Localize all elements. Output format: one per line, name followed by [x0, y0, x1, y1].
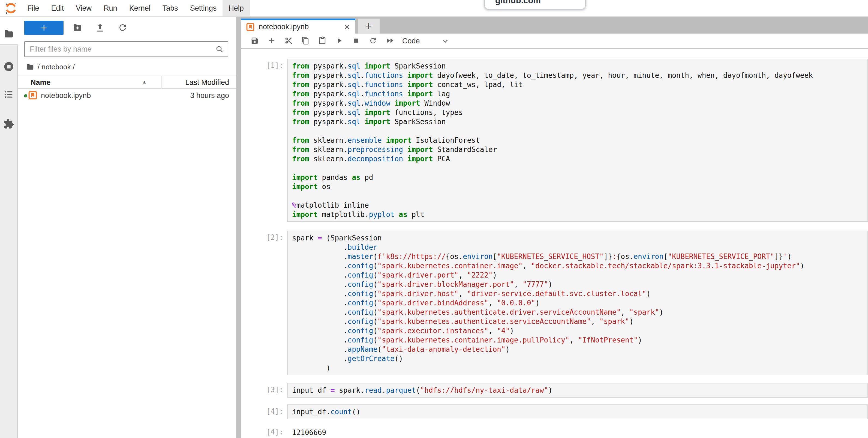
code-line	[292, 164, 867, 173]
cell-editor[interactable]: spark = (SparkSession .builder .master(f…	[287, 231, 868, 375]
execution-count: [4]:	[241, 404, 287, 415]
restart-kernel-button[interactable]	[365, 35, 381, 47]
sidebar-tab-table-of-contents[interactable]	[0, 86, 18, 103]
sidebar-tab-file-browser[interactable]	[0, 25, 18, 42]
code-line: )	[292, 363, 867, 373]
column-header-name[interactable]: Name	[31, 78, 51, 87]
code-line: from pyspark.sql import SparkSession	[292, 61, 867, 71]
notebook-toolbar: Code	[241, 34, 868, 49]
new-tab-button[interactable]: +	[358, 19, 380, 34]
breadcrumb-path[interactable]: / notebook /	[38, 63, 75, 71]
code-line: from pyspark.sql.functions import dayofw…	[292, 71, 867, 80]
sort-ascending-icon: ▲	[142, 80, 147, 85]
execution-count: [2]:	[241, 231, 287, 241]
notebook-icon	[28, 91, 37, 99]
cell-editor[interactable]: input_df = spark.read.parquet("hdfs://hd…	[287, 383, 868, 398]
code-line: .appName("taxi-data-anomaly-detection")	[292, 345, 867, 354]
code-line: .config("spark.kubernetes.container.imag…	[292, 335, 867, 345]
chevron-down-icon[interactable]	[441, 37, 450, 45]
code-line: .config("spark.kubernetes.authenticate.d…	[292, 308, 867, 317]
execution-count: [1]:	[241, 59, 287, 69]
code-line: input_df = spark.read.parquet("hdfs://hd…	[292, 386, 867, 395]
column-header-last-modified[interactable]: Last Modified	[185, 78, 229, 87]
file-last-modified: 3 hours ago	[190, 91, 229, 100]
code-line: .master(f'k8s://https://{os.environ["KUB…	[292, 252, 867, 261]
tab-notebook-ipynb[interactable]: notebook.ipynb×	[241, 19, 355, 34]
cell-editor[interactable]: input_df.count()	[287, 404, 868, 419]
menu-item-view[interactable]: View	[70, 0, 98, 17]
list-icon	[3, 89, 14, 100]
code-line: from pyspark.sql.window import Window	[292, 98, 867, 108]
code-line: input_df.count()	[292, 407, 867, 416]
copy-cells-button[interactable]	[297, 35, 314, 47]
code-cell: [4]:input_df.count()	[241, 404, 868, 419]
menu-item-edit[interactable]: Edit	[45, 0, 70, 17]
code-line: import matplotlib.pyplot as plt	[292, 210, 867, 219]
notebook-icon	[246, 23, 254, 31]
menu-item-help[interactable]: Help	[222, 0, 250, 17]
refresh-button[interactable]	[117, 22, 129, 34]
code-line: from sklearn.ensemble import IsolationFo…	[292, 136, 867, 145]
fast-forward-icon	[386, 36, 394, 46]
code-line: import os	[292, 182, 867, 191]
browser-popup: github.com	[484, 0, 586, 9]
main-dock-panel: notebook.ipynb×+ Code [1]:from pyspark.s…	[241, 17, 868, 438]
code-line: .config("spark.driver.port", "2222")	[292, 270, 867, 280]
restart-run-all-button[interactable]	[381, 35, 398, 47]
save-button[interactable]	[246, 35, 263, 47]
activity-bar-background	[0, 45, 18, 438]
copy-icon	[301, 36, 310, 46]
sidebar-tab-running-sessions[interactable]	[0, 58, 18, 75]
upload-button[interactable]	[94, 22, 106, 34]
menu-item-file[interactable]: File	[21, 0, 45, 17]
run-cell-button[interactable]	[331, 35, 348, 47]
add-cell-button[interactable]	[263, 35, 280, 47]
add-cell-icon	[268, 36, 276, 46]
home-folder-icon[interactable]	[26, 63, 34, 71]
upload-icon	[95, 23, 105, 33]
menu-item-kernel[interactable]: Kernel	[123, 0, 157, 17]
paste-icon	[318, 36, 327, 46]
puzzle-icon	[3, 118, 14, 129]
stop-circle-icon	[3, 61, 14, 72]
code-line: from sklearn.preprocessing import Standa…	[292, 145, 867, 154]
new-folder-button[interactable]	[71, 22, 84, 34]
restart-icon	[369, 36, 377, 46]
popup-text: github.com	[495, 0, 541, 5]
paste-cells-button[interactable]	[314, 35, 331, 47]
cut-cells-button[interactable]	[280, 35, 297, 47]
code-cell: [1]:from pyspark.sql import SparkSession…	[241, 59, 868, 222]
execution-count: [3]:	[241, 383, 287, 394]
sidebar-tab-extension-manager[interactable]	[0, 115, 18, 133]
cell-editor[interactable]: from pyspark.sql import SparkSessionfrom…	[287, 59, 868, 222]
filter-box	[24, 41, 228, 57]
code-line: import pandas as pd	[292, 173, 867, 182]
code-cell: [3]:input_df = spark.read.parquet("hdfs:…	[241, 383, 868, 398]
code-line: .builder	[292, 243, 867, 252]
column-divider	[161, 76, 162, 89]
menu-item-run[interactable]: Run	[98, 0, 123, 17]
output-prompt: [4]:	[241, 425, 287, 436]
panel-splitter[interactable]	[236, 17, 241, 438]
new-folder-icon	[72, 23, 82, 33]
menu-item-tabs[interactable]: Tabs	[157, 0, 184, 17]
file-row[interactable]: notebook.ipynb3 hours ago	[18, 89, 236, 103]
code-line: .config("spark.executor.instances", "4")	[292, 326, 867, 335]
code-line: spark = (SparkSession	[292, 233, 867, 243]
file-list-header: Name ▲ Last Modified	[18, 76, 236, 89]
code-line: %matplotlib inline	[292, 201, 867, 210]
save-icon	[251, 36, 259, 46]
menu-item-settings[interactable]: Settings	[184, 0, 223, 17]
filter-files-input[interactable]	[25, 42, 228, 57]
output-text: 12106669	[287, 425, 868, 437]
cut-icon	[284, 36, 292, 46]
output-area: [4]:12106669	[241, 425, 868, 437]
interrupt-kernel-button[interactable]	[348, 35, 365, 47]
code-line: from pyspark.sql import functions, types	[292, 108, 867, 117]
new-launcher-button[interactable]: +	[24, 21, 64, 35]
code-cell: [2]:spark = (SparkSession .builder .mast…	[241, 231, 868, 375]
close-icon[interactable]: ×	[344, 22, 350, 32]
code-line: .config("spark.kubernetes.authenticate.s…	[292, 317, 867, 326]
jupyter-logo-icon	[4, 2, 18, 15]
cell-type-dropdown[interactable]: Code	[402, 37, 420, 45]
